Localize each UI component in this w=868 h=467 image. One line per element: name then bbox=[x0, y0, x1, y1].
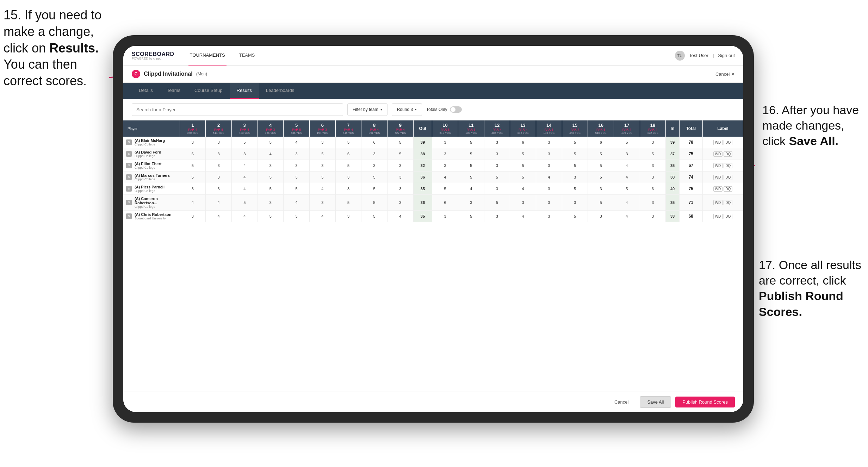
score-hole-11[interactable]: 5 bbox=[458, 211, 484, 222]
score-hole-5[interactable]: 3 bbox=[284, 160, 310, 172]
score-hole-18[interactable]: 3 bbox=[640, 160, 666, 172]
score-hole-1[interactable]: 3 bbox=[180, 211, 206, 222]
score-hole-5[interactable]: 4 bbox=[284, 195, 310, 211]
dq-button[interactable]: DQ bbox=[724, 163, 732, 168]
score-hole-15[interactable]: 5 bbox=[562, 137, 588, 148]
score-hole-7[interactable]: 3 bbox=[335, 172, 361, 183]
score-hole-10[interactable]: 3 bbox=[432, 137, 458, 148]
score-hole-11[interactable]: 4 bbox=[458, 183, 484, 195]
score-hole-17[interactable]: 4 bbox=[614, 211, 640, 222]
score-hole-6[interactable]: 5 bbox=[309, 148, 335, 160]
score-hole-13[interactable]: 3 bbox=[510, 195, 536, 211]
score-hole-16[interactable]: 3 bbox=[588, 211, 614, 222]
score-hole-7[interactable]: 3 bbox=[335, 183, 361, 195]
score-hole-13[interactable]: 4 bbox=[510, 211, 536, 222]
score-hole-1[interactable]: 6 bbox=[180, 148, 206, 160]
score-hole-9[interactable]: 4 bbox=[388, 211, 414, 222]
score-hole-11[interactable]: 3 bbox=[458, 195, 484, 211]
nav-tournaments[interactable]: TOURNAMENTS bbox=[188, 46, 227, 66]
score-hole-5[interactable]: 3 bbox=[284, 148, 310, 160]
cancel-button[interactable]: Cancel bbox=[607, 397, 636, 407]
score-hole-9[interactable]: 3 bbox=[388, 183, 414, 195]
score-hole-15[interactable]: 3 bbox=[562, 172, 588, 183]
score-hole-7[interactable]: 3 bbox=[335, 211, 361, 222]
score-hole-9[interactable]: 5 bbox=[388, 148, 414, 160]
score-hole-18[interactable]: 3 bbox=[640, 195, 666, 211]
score-hole-11[interactable]: 5 bbox=[458, 137, 484, 148]
score-hole-12[interactable]: 3 bbox=[484, 137, 510, 148]
score-hole-6[interactable]: 4 bbox=[309, 183, 335, 195]
score-hole-16[interactable]: 3 bbox=[588, 183, 614, 195]
score-hole-6[interactable]: 5 bbox=[309, 172, 335, 183]
score-hole-8[interactable]: 5 bbox=[361, 183, 388, 195]
score-hole-18[interactable]: 3 bbox=[640, 137, 666, 148]
score-hole-4[interactable]: 5 bbox=[258, 211, 284, 222]
score-hole-11[interactable]: 5 bbox=[458, 148, 484, 160]
score-hole-17[interactable]: 4 bbox=[614, 160, 640, 172]
score-hole-2[interactable]: 4 bbox=[206, 195, 232, 211]
score-hole-14[interactable]: 3 bbox=[536, 211, 562, 222]
save-all-button[interactable]: Save All bbox=[640, 396, 671, 408]
score-label[interactable]: WD DQ bbox=[702, 172, 743, 183]
score-hole-4[interactable]: 4 bbox=[258, 148, 284, 160]
tab-teams[interactable]: Teams bbox=[160, 83, 187, 99]
wd-button[interactable]: WD bbox=[713, 214, 723, 219]
score-hole-12[interactable]: 3 bbox=[484, 183, 510, 195]
score-label[interactable]: WD DQ bbox=[702, 195, 743, 211]
wd-button[interactable]: WD bbox=[713, 186, 723, 192]
score-hole-4[interactable]: 3 bbox=[258, 195, 284, 211]
score-hole-8[interactable]: 5 bbox=[361, 172, 388, 183]
score-hole-7[interactable]: 5 bbox=[335, 160, 361, 172]
score-hole-17[interactable]: 3 bbox=[614, 148, 640, 160]
score-label[interactable]: WD DQ bbox=[702, 148, 743, 160]
score-hole-5[interactable]: 5 bbox=[284, 183, 310, 195]
tab-leaderboards[interactable]: Leaderboards bbox=[259, 83, 301, 99]
score-hole-14[interactable]: 3 bbox=[536, 195, 562, 211]
score-hole-2[interactable]: 3 bbox=[206, 183, 232, 195]
dq-button[interactable]: DQ bbox=[724, 186, 732, 192]
score-hole-9[interactable]: 3 bbox=[388, 195, 414, 211]
score-hole-2[interactable]: 3 bbox=[206, 137, 232, 148]
score-hole-7[interactable]: 5 bbox=[335, 137, 361, 148]
score-hole-8[interactable]: 6 bbox=[361, 137, 388, 148]
wd-button[interactable]: WD bbox=[713, 163, 723, 168]
score-hole-8[interactable]: 3 bbox=[361, 160, 388, 172]
score-hole-13[interactable]: 5 bbox=[510, 172, 536, 183]
score-hole-14[interactable]: 3 bbox=[536, 183, 562, 195]
score-hole-10[interactable]: 3 bbox=[432, 211, 458, 222]
score-hole-1[interactable]: 4 bbox=[180, 195, 206, 211]
score-hole-10[interactable]: 6 bbox=[432, 195, 458, 211]
score-hole-15[interactable]: 5 bbox=[562, 160, 588, 172]
score-hole-11[interactable]: 5 bbox=[458, 160, 484, 172]
cancel-tournament-btn[interactable]: Cancel ✕ bbox=[715, 71, 735, 77]
score-hole-16[interactable]: 5 bbox=[588, 195, 614, 211]
score-hole-16[interactable]: 5 bbox=[588, 160, 614, 172]
score-hole-9[interactable]: 3 bbox=[388, 160, 414, 172]
score-hole-18[interactable]: 3 bbox=[640, 211, 666, 222]
score-hole-18[interactable]: 6 bbox=[640, 183, 666, 195]
score-hole-3[interactable]: 5 bbox=[231, 195, 258, 211]
score-hole-13[interactable]: 5 bbox=[510, 148, 536, 160]
score-hole-17[interactable]: 5 bbox=[614, 183, 640, 195]
score-hole-12[interactable]: 5 bbox=[484, 172, 510, 183]
score-hole-16[interactable]: 6 bbox=[588, 137, 614, 148]
score-hole-17[interactable]: 4 bbox=[614, 172, 640, 183]
score-hole-16[interactable]: 5 bbox=[588, 148, 614, 160]
tab-course-setup[interactable]: Course Setup bbox=[187, 83, 230, 99]
score-hole-1[interactable]: 3 bbox=[180, 183, 206, 195]
dq-button[interactable]: DQ bbox=[724, 214, 732, 219]
score-hole-17[interactable]: 5 bbox=[614, 137, 640, 148]
totals-toggle-switch[interactable] bbox=[450, 106, 462, 113]
score-hole-3[interactable]: 4 bbox=[231, 183, 258, 195]
score-hole-3[interactable]: 4 bbox=[231, 211, 258, 222]
score-hole-6[interactable]: 4 bbox=[309, 211, 335, 222]
score-hole-13[interactable]: 6 bbox=[510, 137, 536, 148]
sign-out-link[interactable]: Sign out bbox=[718, 53, 735, 58]
score-hole-15[interactable]: 5 bbox=[562, 211, 588, 222]
score-hole-6[interactable]: 3 bbox=[309, 160, 335, 172]
round-selector-btn[interactable]: Round 3 ▾ bbox=[392, 103, 422, 116]
score-hole-5[interactable]: 4 bbox=[284, 137, 310, 148]
search-input[interactable] bbox=[132, 103, 343, 116]
score-hole-1[interactable]: 5 bbox=[180, 172, 206, 183]
score-hole-2[interactable]: 3 bbox=[206, 148, 232, 160]
